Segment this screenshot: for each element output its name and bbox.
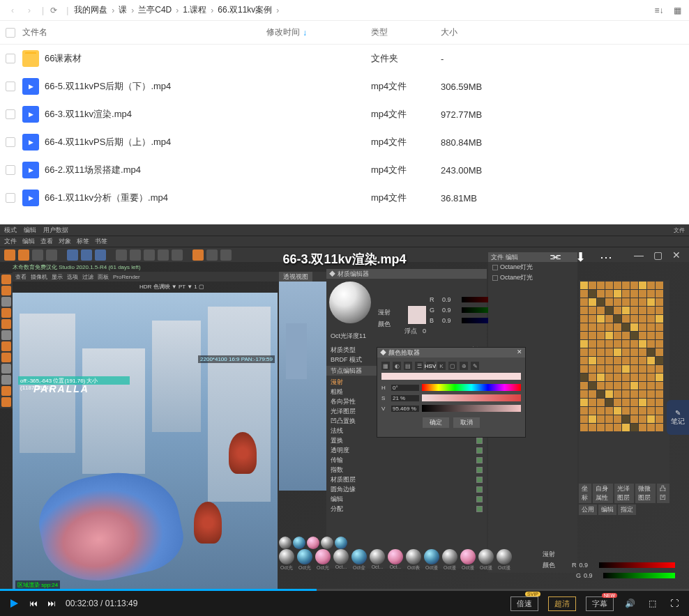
breadcrumb-bar: ‹ › | ⟳ | 我的网盘 › 课 › 兰亭C4D › 1.课程 › 66.双… <box>0 0 689 21</box>
time-display: 00:32:03 / 01:13:49 <box>66 599 137 608</box>
volume-icon[interactable]: 🔊 <box>623 597 636 610</box>
viewport-overlay: off:-365,-643 位置(191.76) 大小(1187.1324) <box>18 376 130 385</box>
file-checkbox[interactable] <box>6 109 15 119</box>
file-checkbox[interactable] <box>6 54 15 63</box>
maximize-icon[interactable]: ▢ <box>653 249 662 261</box>
subtitle-button[interactable]: 字幕NEW <box>586 596 614 611</box>
panel2-title: 透视视图 <box>279 272 312 282</box>
video-title: 66-3.双11kv渲染.mp4 <box>282 251 406 268</box>
breadcrumb-3[interactable]: 1.课程 <box>180 3 209 17</box>
play-button[interactable] <box>8 598 20 609</box>
viewport-toolbar: HDR 色调映 ▼ PT ▼ 1 ▢ <box>139 283 204 291</box>
video-icon <box>22 134 39 151</box>
file-size: 243.00MB <box>441 165 689 176</box>
file-row[interactable]: 66-1.双11kv分析（重要）.mp4 mp4文件 36.81MB <box>0 184 689 212</box>
material-tags <box>579 280 669 496</box>
header-date[interactable]: 修改时间↓ <box>266 26 371 38</box>
video-icon <box>22 162 39 178</box>
nav-back[interactable]: ‹ <box>6 3 20 17</box>
c4d-screenshot: 模式编辑用户数据 文件 文件编辑查看对象标签书签 木奇数育免费汉化 Studio… <box>0 224 689 616</box>
file-type: 文件夹 <box>371 52 441 65</box>
cancel-button[interactable]: 取消 <box>453 417 480 428</box>
version-label: 木奇数育免费汉化 Studio 2020.1.5-R4 (61 days lef… <box>13 263 141 271</box>
file-checkbox[interactable] <box>6 165 15 175</box>
breadcrumb-4[interactable]: 66.双11kv案例 <box>215 3 275 17</box>
file-row[interactable]: 66-5.双11kvPS后期（下）.mp4 mp4文件 306.59MB <box>0 72 689 100</box>
mateditor-title: ◆ 材质编辑器 <box>326 269 487 279</box>
minimize-icon[interactable]: — <box>634 249 644 261</box>
c4d-menu2: 文件编辑查看对象标签书签 <box>0 236 689 247</box>
file-size: 972.77MB <box>441 109 689 120</box>
c4d-viewport: PARALLA off:-365,-643 位置(191.76) 大小(1187… <box>13 293 278 592</box>
file-name: 66-3.双11kv渲染.mp4 <box>45 108 132 121</box>
quality-button[interactable]: 超清 <box>548 596 576 611</box>
file-type: mp4文件 <box>371 164 441 176</box>
close-video-icon[interactable]: ✕ <box>672 249 681 261</box>
left-toolbar <box>0 273 13 408</box>
nav-refresh[interactable]: ⟳ <box>47 3 61 17</box>
file-checkbox[interactable] <box>6 193 15 203</box>
attribute-tabs: 坐标自身属性光泽图层微微图层凸凹 公用编辑指定 <box>579 482 669 516</box>
breadcrumb-1[interactable]: 课 <box>116 3 130 17</box>
header-type[interactable]: 类型 <box>371 26 441 38</box>
material-row-small <box>279 537 347 549</box>
diffuse-swatch <box>407 305 427 325</box>
c4d-viewport-2 <box>279 282 326 491</box>
player-controls: ⏮ ⏭ 00:32:03 / 01:13:49 倍速SVIP 超清 字幕NEW … <box>0 591 689 616</box>
grid-view-icon[interactable]: ▦ <box>671 4 683 17</box>
file-row[interactable]: 66-3.双11kv渲染.mp4 mp4文件 972.77MB <box>0 100 689 128</box>
download-icon[interactable]: ⬇ <box>575 249 586 265</box>
file-name: 66-5.双11kvPS后期（下）.mp4 <box>45 80 171 93</box>
file-checkbox[interactable] <box>6 137 15 147</box>
file-size: 306.59MB <box>441 82 689 92</box>
video-icon <box>22 78 39 95</box>
file-row[interactable]: 66-4.双11kvPS后期（上）.mp4 mp4文件 880.84MB <box>0 128 689 156</box>
file-size: - <box>441 54 689 64</box>
more-icon[interactable]: ⋯ <box>600 249 612 265</box>
material-preview <box>329 282 371 323</box>
video-icon <box>22 190 39 206</box>
header-name[interactable]: 文件名 <box>22 26 266 38</box>
fullscreen-icon[interactable]: ⛶ <box>668 597 681 610</box>
header-size[interactable]: 大小 <box>441 26 689 38</box>
attribute-rgb: 漫射 颜色R0.9 G0.9 <box>543 550 675 581</box>
file-row[interactable]: 66-2.双11场景搭建.mp4 mp4文件 243.00MB <box>0 156 689 184</box>
ok-button[interactable]: 确定 <box>423 417 449 428</box>
file-checkbox[interactable] <box>6 82 15 91</box>
sort-icon[interactable]: ≡↓ <box>653 4 665 17</box>
file-name: 66-2.双11场景搭建.mp4 <box>45 164 141 176</box>
breadcrumb-root[interactable]: 我的网盘 <box>71 3 110 17</box>
color-picker: ◆ 颜色拾取器✕ ▦◐▤☰HSVK▢⊕✎ H0° S21 % V95.469 %… <box>377 347 526 438</box>
video-top-icons: ⫘ ⬇ ⋯ <box>549 249 612 265</box>
file-name: 66课素材 <box>45 52 82 65</box>
folder-icon <box>22 50 39 67</box>
file-size: 880.84MB <box>441 137 689 148</box>
file-type: mp4文件 <box>371 108 441 121</box>
file-type: mp4文件 <box>371 136 441 148</box>
material-browser: Oct光Oct光Oct光Oct...Oct金Oct...Oct...Oct表Oc… <box>279 549 512 571</box>
notes-button[interactable]: ✎ 笔记 <box>667 400 689 435</box>
notes-icon: ✎ <box>675 409 681 417</box>
video-player: 模式编辑用户数据 文件 文件编辑查看对象标签书签 木奇数育免费汉化 Studio… <box>0 224 689 616</box>
file-name: 66-4.双11kvPS后期（上）.mp4 <box>45 136 171 148</box>
file-size: 36.81MB <box>441 193 689 203</box>
viewport-info: 2200*4100 16:9 PAN:-179:59 <box>198 355 275 363</box>
file-type: mp4文件 <box>371 192 441 204</box>
c4d-topmenu: 模式编辑用户数据 文件 <box>0 224 689 236</box>
column-headers: 文件名 修改时间↓ 类型 大小 <box>0 21 689 45</box>
share-icon[interactable]: ⫘ <box>549 249 561 265</box>
file-row[interactable]: 66课素材 文件夹 - <box>0 45 689 72</box>
video-icon <box>22 106 39 123</box>
close-icon[interactable]: ✕ <box>517 348 522 357</box>
next-button[interactable]: ⏭ <box>47 599 56 608</box>
select-all-checkbox[interactable] <box>6 28 15 38</box>
file-type: mp4文件 <box>371 80 441 93</box>
file-list: 66课素材 文件夹 - 66-5.双11kvPS后期（下）.mp4 mp4文件 … <box>0 45 689 212</box>
sort-arrow-icon: ↓ <box>303 28 307 38</box>
breadcrumb-2[interactable]: 兰亭C4D <box>135 3 174 17</box>
file-name: 66-1.双11kv分析（重要）.mp4 <box>45 192 168 204</box>
nav-forward[interactable]: › <box>22 3 36 17</box>
speed-button[interactable]: 倍速SVIP <box>510 596 538 611</box>
pip-icon[interactable]: ⬚ <box>646 597 658 610</box>
prev-button[interactable]: ⏮ <box>29 599 38 608</box>
